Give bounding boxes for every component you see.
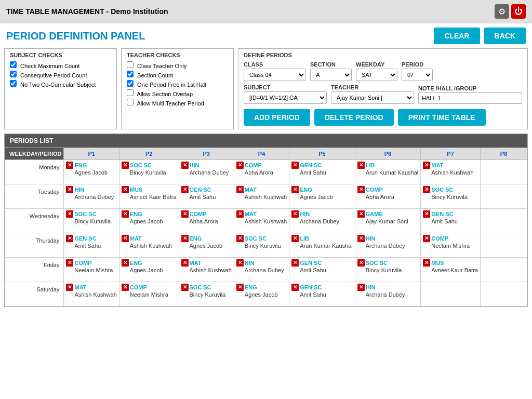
period-select[interactable]: 07 [402, 69, 433, 81]
subject-cell-label: GEN SC [190, 187, 211, 193]
teacher-check-3[interactable]: One Period Free in 1st Half [127, 80, 228, 88]
delete-cell-button[interactable]: ✕ [122, 186, 129, 193]
delete-cell-button[interactable]: ✕ [291, 186, 299, 193]
subject-cell-label: MUS [431, 260, 444, 266]
subject-cell-label: COMP [366, 187, 383, 193]
delete-cell-button[interactable]: ✕ [423, 259, 430, 267]
delete-cell-button[interactable]: ✕ [122, 284, 129, 291]
period-cell: ✕COMPAbha Arora [355, 184, 421, 209]
delete-cell-button[interactable]: ✕ [181, 186, 189, 193]
teacher-check-5[interactable]: Allow Multi Teacher Period [127, 99, 228, 107]
class-select[interactable]: Class 04 [244, 69, 306, 81]
period-cell: ✕MATAshish Kushwah [421, 160, 481, 184]
teacher-cell-label: Bincy Kuruvila [181, 291, 232, 298]
print-timetable-button[interactable]: PRINT TIME TABLE [398, 109, 486, 126]
delete-cell-button[interactable]: ✕ [357, 284, 365, 291]
delete-cell-button[interactable]: ✕ [423, 235, 430, 242]
delete-cell-button[interactable]: ✕ [291, 284, 299, 291]
delete-cell-button[interactable]: ✕ [181, 235, 189, 242]
delete-cell-button[interactable]: ✕ [66, 186, 73, 193]
delete-cell-button[interactable]: ✕ [357, 186, 365, 193]
delete-cell-button[interactable]: ✕ [66, 284, 73, 291]
teacher-check-4[interactable]: Allow Section Overlap [127, 89, 228, 97]
delete-cell-button[interactable]: ✕ [423, 162, 430, 169]
delete-cell-button[interactable]: ✕ [357, 235, 365, 242]
teacher-cell-label: Archana Dubey [236, 267, 287, 274]
subject-cell-label: LIB [300, 235, 309, 242]
delete-period-button[interactable]: DELETE PERIOD [314, 109, 394, 126]
teacher-cell-label: Agnes Jacob [122, 267, 177, 274]
note-input[interactable] [418, 92, 522, 104]
delete-cell-button[interactable]: ✕ [291, 259, 299, 267]
teacher-cell-label: Amit Sahu [66, 242, 116, 249]
delete-cell-button[interactable]: ✕ [181, 259, 189, 267]
teacher-check-2[interactable]: Section Count [127, 71, 228, 78]
delete-cell-button[interactable]: ✕ [236, 284, 244, 291]
delete-cell-button[interactable]: ✕ [236, 186, 244, 193]
teacher-check-1[interactable]: Class Teacher Only [127, 61, 228, 69]
col-p5: P5 [289, 148, 355, 160]
teacher-cell-label: Archana Dubey [66, 193, 116, 201]
subject-cell-label: SOC SC [190, 284, 211, 290]
title-bar-icons: ⚙ ⏻ [495, 4, 526, 19]
section-select[interactable]: A [310, 69, 352, 81]
delete-cell-button[interactable]: ✕ [122, 235, 129, 242]
periods-section: PERIODS LIST WEEKDAY/PERIOD P1 P2 P3 P4 … [4, 134, 528, 307]
delete-cell-button[interactable]: ✕ [236, 210, 244, 218]
delete-cell-button[interactable]: ✕ [236, 259, 244, 267]
power-icon-button[interactable]: ⏻ [511, 4, 526, 19]
col-p3: P3 [179, 148, 234, 160]
delete-cell-button[interactable]: ✕ [291, 235, 299, 242]
delete-cell-button[interactable]: ✕ [357, 259, 365, 267]
teacher-cell-label: Amit Sahu [423, 218, 478, 225]
subject-check-3[interactable]: No Two Co-Curricular Subject [10, 80, 111, 88]
delete-cell-button[interactable]: ✕ [181, 162, 189, 169]
clear-button[interactable]: CLEAR [434, 28, 480, 44]
delete-cell-button[interactable]: ✕ [66, 210, 73, 218]
delete-cell-button[interactable]: ✕ [122, 210, 129, 218]
subject-select[interactable]: [ID=0/1 W=1/2] GA [244, 91, 327, 104]
teacher-select[interactable]: Ajay Kumar Soni | [331, 91, 414, 104]
delete-cell-button[interactable]: ✕ [66, 162, 73, 169]
subject-check-1[interactable]: Check Maximum Count [10, 61, 111, 69]
teacher-cell-label: Ashish Kushwah [236, 193, 287, 201]
teacher-cell-label: Neelam Mishra [122, 291, 177, 298]
delete-cell-button[interactable]: ✕ [66, 235, 73, 242]
delete-cell-button[interactable]: ✕ [357, 162, 365, 169]
subject-check-2[interactable]: Consequtive Period Count [10, 71, 111, 78]
delete-cell-button[interactable]: ✕ [291, 210, 299, 218]
delete-cell-button[interactable]: ✕ [66, 259, 73, 267]
delete-cell-button[interactable]: ✕ [423, 210, 430, 218]
col-p2: P2 [119, 148, 179, 160]
teacher-cell-label: Arun Kumar Kaushal [357, 169, 419, 176]
back-button[interactable]: BACK [484, 28, 526, 44]
subject-label: SUBJECT [244, 84, 327, 90]
delete-cell-button[interactable]: ✕ [357, 210, 365, 218]
delete-cell-button[interactable]: ✕ [236, 162, 244, 169]
period-cell: ✕GEN SCAmit Sahu [289, 282, 355, 307]
delete-cell-button[interactable]: ✕ [122, 259, 129, 267]
weekday-label: WEEKDAY [356, 61, 397, 68]
delete-cell-button[interactable]: ✕ [423, 186, 430, 193]
period-cell: ✕COMPNeelam Mishra [64, 258, 119, 282]
delete-cell-button[interactable]: ✕ [122, 162, 129, 169]
teacher-cell-label: Agnes Jacob [122, 218, 177, 225]
period-cell: ✕COMPAbha Arora [234, 160, 289, 184]
delete-cell-button[interactable]: ✕ [291, 162, 299, 169]
delete-cell-button[interactable]: ✕ [236, 235, 244, 242]
period-cell: ✕LIBArun Kumar Kaushal [355, 160, 421, 184]
delete-cell-button[interactable]: ✕ [181, 284, 189, 291]
period-cell: ✕GEN SCAmit Sahu [289, 160, 355, 184]
panel-title: PERIOD DEFINITION PANEL [6, 30, 145, 42]
subject-cell-label: COMP [190, 211, 207, 217]
add-period-button[interactable]: ADD PERIOD [244, 109, 310, 126]
period-cell: ✕SOC SCBincy Kuruvila [355, 258, 421, 282]
period-cell: ✕ENGAgnes Jacob [119, 258, 179, 282]
subject-cell-label: SOC SC [130, 162, 152, 168]
teacher-cell-label: Abha Arora [181, 218, 232, 225]
teacher-cell-label: Bincy Kuruvila [357, 267, 419, 274]
delete-cell-button[interactable]: ✕ [181, 210, 189, 218]
settings-icon-button[interactable]: ⚙ [495, 4, 509, 19]
period-cell [480, 282, 527, 307]
weekday-select[interactable]: SAT [356, 69, 397, 81]
